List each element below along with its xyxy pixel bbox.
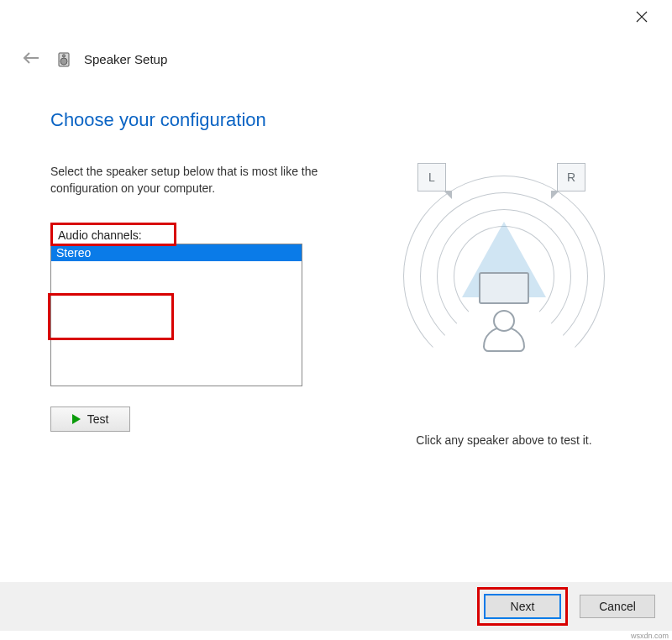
speaker-setup-wizard: Speaker Setup Choose your configuration …	[0, 0, 672, 640]
back-arrow-icon	[22, 51, 40, 65]
play-icon	[72, 414, 81, 424]
annotation-highlight: Next	[477, 587, 568, 626]
list-item[interactable]: Stereo	[51, 244, 302, 261]
description-text: Select the speaker setup below that is m…	[50, 163, 328, 197]
svg-point-4	[60, 58, 67, 65]
audio-channels-label: Audio channels:	[58, 228, 142, 242]
right-speaker-button[interactable]: R	[557, 163, 585, 191]
test-button-label: Test	[87, 412, 109, 426]
heading: Choose your configuration	[50, 109, 638, 131]
back-button[interactable]	[17, 46, 45, 72]
close-button[interactable]	[632, 7, 652, 27]
close-icon	[636, 11, 648, 23]
test-button[interactable]: Test	[50, 407, 130, 432]
svg-point-5	[62, 54, 65, 56]
speaker-layout-diagram: L R	[399, 171, 609, 381]
cancel-button[interactable]: Cancel	[580, 595, 655, 618]
annotation-highlight: Audio channels:	[50, 223, 176, 246]
speaker-icon	[57, 52, 72, 67]
cancel-button-label: Cancel	[599, 600, 636, 613]
next-button[interactable]: Next	[485, 595, 560, 618]
left-speaker-button[interactable]: L	[417, 163, 446, 191]
right-speaker-label: R	[567, 170, 575, 184]
wizard-footer: Next Cancel	[0, 582, 672, 631]
watermark: wsxdn.com	[631, 632, 669, 640]
speaker-test-hint: Click any speaker above to test it.	[416, 433, 591, 447]
page-title: Speaker Setup	[84, 52, 167, 66]
left-speaker-label: L	[428, 170, 435, 184]
next-button-label: Next	[511, 600, 535, 613]
wizard-header: Speaker Setup	[17, 46, 167, 72]
content-area: Choose your configuration Select the spe…	[50, 109, 638, 447]
audio-channels-listbox[interactable]: Stereo	[50, 244, 302, 386]
